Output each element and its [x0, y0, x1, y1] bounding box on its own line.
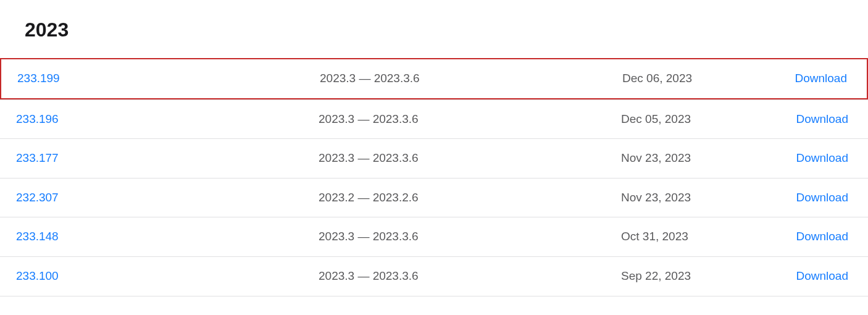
version-range: 2023.3 — 2023.3.6 [320, 70, 622, 87]
release-date: Sep 22, 2023 [621, 268, 796, 285]
release-date: Dec 06, 2023 [622, 70, 795, 87]
version-link[interactable]: 233.199 [17, 72, 60, 85]
version-range: 2023.3 — 2023.3.6 [319, 150, 621, 167]
version-range: 2023.3 — 2023.3.6 [319, 268, 621, 285]
version-link[interactable]: 233.100 [16, 269, 59, 282]
version-link[interactable]: 233.177 [16, 151, 59, 164]
version-range: 2023.2 — 2023.2.6 [319, 190, 621, 206]
release-date: Dec 05, 2023 [621, 111, 796, 128]
versions-table: 233.1992023.3 — 2023.3.6Dec 06, 2023Down… [0, 58, 868, 296]
table-row: 233.1992023.3 — 2023.3.6Dec 06, 2023Down… [0, 58, 868, 99]
table-row: 233.1002023.3 — 2023.3.6Sep 22, 2023Down… [0, 256, 868, 296]
table-row: 233.1482023.3 — 2023.3.6Oct 31, 2023Down… [0, 217, 868, 256]
table-row: 232.3072023.2 — 2023.2.6Nov 23, 2023Down… [0, 178, 868, 217]
release-date: Oct 31, 2023 [621, 229, 796, 245]
release-date: Nov 23, 2023 [621, 190, 796, 206]
download-link[interactable]: Download [796, 151, 849, 164]
version-range: 2023.3 — 2023.3.6 [319, 111, 621, 128]
download-link[interactable]: Download [796, 191, 849, 204]
version-range: 2023.3 — 2023.3.6 [319, 229, 621, 245]
year-heading: 2023 [0, 12, 868, 59]
download-link[interactable]: Download [796, 269, 849, 282]
version-link[interactable]: 232.307 [16, 191, 59, 204]
release-date: Nov 23, 2023 [621, 150, 796, 167]
download-link[interactable]: Download [796, 230, 849, 243]
version-link[interactable]: 233.148 [16, 230, 59, 243]
table-row: 233.1772023.3 — 2023.3.6Nov 23, 2023Down… [0, 138, 868, 178]
download-link[interactable]: Download [796, 112, 849, 125]
version-link[interactable]: 233.196 [16, 112, 59, 125]
table-row: 233.1962023.3 — 2023.3.6Dec 05, 2023Down… [0, 99, 868, 139]
download-link[interactable]: Download [795, 72, 848, 85]
